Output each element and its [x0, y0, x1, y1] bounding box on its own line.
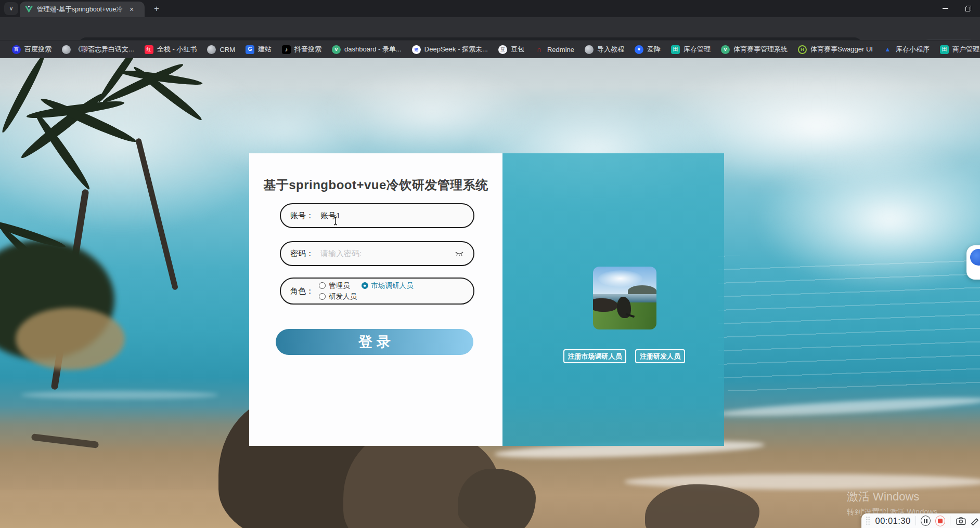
restore-icon	[965, 6, 971, 11]
recording-time: 00:01:30	[875, 516, 910, 526]
bookmark-label: 百度搜索	[24, 45, 51, 54]
miniprogram-icon: ▲	[883, 45, 892, 54]
role-option-label: 市场调研人员	[371, 281, 414, 291]
bookmark-label: 库存小程序	[896, 45, 930, 54]
aijiang-icon: ♥	[635, 45, 643, 54]
drag-handle-icon[interactable]	[866, 516, 870, 525]
role-radio-market[interactable]: 市场调研人员	[362, 281, 414, 291]
password-label: 密码：	[290, 249, 314, 259]
screenshot-camera-button[interactable]	[956, 517, 966, 525]
divider	[950, 516, 950, 525]
screen-recorder-toolbar: 00:01:30	[861, 513, 980, 528]
bookmark-label: DeepSeek - 探索未...	[424, 45, 488, 54]
divider	[915, 516, 916, 525]
browser-toolbar: ← → ⟳ i localhost:8080/springboot48n21yi…	[0, 17, 980, 40]
password-input[interactable]: 密码： 请输入密码:	[280, 241, 474, 266]
bookmark-item-jianzhan[interactable]: G 建站	[240, 43, 277, 57]
role-radio-admin[interactable]: 管理员	[319, 281, 350, 291]
redmine-icon: ∩	[535, 45, 544, 54]
globe-icon	[585, 45, 594, 54]
bookmark-item-deepseek[interactable]: ≋ DeepSeek - 探索未...	[407, 43, 493, 57]
floating-assistant-widget[interactable]	[966, 245, 980, 280]
pause-button[interactable]	[921, 516, 931, 526]
watermark-line1: 激活 Windows	[847, 489, 945, 505]
globe-icon	[62, 45, 71, 54]
swagger-icon: H	[798, 45, 807, 54]
screen: { "browser": { "tab_search_icon": "∨", "…	[0, 0, 980, 528]
vue-icon: V	[721, 45, 730, 54]
bookmark-item-doubao[interactable]: 豆 豆包	[493, 43, 530, 57]
wave-foam	[718, 394, 980, 419]
account-input[interactable]: 账号： 账号1	[280, 203, 474, 228]
driftwood	[31, 433, 99, 448]
new-tab-button[interactable]: +	[150, 3, 163, 15]
bookmark-item-kucun[interactable]: 田 库存管理	[666, 43, 716, 57]
tab-close-icon[interactable]: ×	[130, 6, 134, 13]
bookmark-label: 库存管理	[684, 45, 711, 54]
window-restore-button[interactable]	[957, 0, 979, 17]
password-placeholder: 请输入密码:	[320, 249, 362, 259]
bookmark-item-tiyu[interactable]: V 体育赛事管理系统	[716, 43, 793, 57]
pencil-annotate-button[interactable]	[970, 516, 980, 525]
bookmark-label: 全栈 - 小红书	[157, 45, 197, 54]
vue-icon: V	[332, 45, 341, 54]
register-market-button[interactable]: 注册市场调研人员	[563, 349, 626, 363]
vue-favicon	[25, 6, 33, 13]
tab-search-button[interactable]: ∨	[4, 2, 18, 15]
bookmark-label: 抖音搜索	[294, 45, 321, 54]
bookmark-label: 导入教程	[597, 45, 624, 54]
radio-checked-icon	[362, 282, 368, 289]
bookmark-item-baidu[interactable]: 百 百度搜索	[7, 43, 57, 57]
role-options: 管理员 市场调研人员 研发人员	[319, 281, 414, 301]
radio-icon	[319, 293, 326, 300]
role-label: 角色：	[290, 286, 314, 296]
bookmark-label: 体育赛事Swagger UI	[810, 45, 873, 54]
deepseek-icon: ≋	[412, 45, 421, 54]
active-tab[interactable]: 管理端-基于springboot+vue冷 ×	[20, 2, 145, 17]
bookmark-label: CRM	[220, 46, 235, 54]
role-field: 角色： 管理员 市场调研人员 研发人员	[280, 278, 474, 305]
bookmark-label: 豆包	[511, 45, 524, 54]
bookmark-item-xiaochengxu[interactable]: ▲ 库存小程序	[878, 43, 935, 57]
page-title: 基于springboot+vue冷饮研发管理系统	[249, 177, 502, 193]
bookmark-item-douyin[interactable]: ♪ 抖音搜索	[277, 43, 327, 57]
bookmark-label: dashboard - 录单...	[344, 45, 402, 54]
douyin-icon: ♪	[282, 45, 291, 54]
password-visibility-icon[interactable]	[455, 250, 464, 257]
bookmark-label: 《聊斋志异白话文...	[74, 45, 134, 54]
site-builder-icon: G	[246, 45, 254, 54]
ocean-streaks	[718, 256, 980, 391]
bookmark-label: 爱降	[647, 45, 661, 54]
rock	[458, 469, 536, 528]
doubao-icon: 豆	[498, 45, 507, 54]
register-rd-button[interactable]: 注册研发人员	[635, 349, 685, 363]
text-cursor	[333, 216, 338, 226]
baidu-icon: 百	[12, 45, 21, 54]
bookmark-item-xiaohongshu[interactable]: 红 全栈 - 小红书	[139, 43, 202, 57]
stop-record-button[interactable]	[935, 516, 946, 526]
bookmark-item-liaozhai[interactable]: 《聊斋志异白话文...	[57, 43, 139, 57]
bookmark-label: Redmine	[547, 46, 574, 54]
role-radio-rd[interactable]: 研发人员	[319, 292, 357, 301]
xiaohongshu-icon: 红	[145, 45, 153, 54]
wave-foam	[21, 391, 218, 399]
bookmark-item-dashboard[interactable]: V dashboard - 录单...	[327, 43, 407, 57]
minimize-icon	[943, 8, 948, 9]
bookmark-item-aijiang[interactable]: ♥ 爱降	[629, 43, 666, 57]
bookmarks-bar: 百 百度搜索 《聊斋志异白话文... 红 全栈 - 小红书 CRM G 建站 ♪…	[0, 40, 980, 58]
login-button[interactable]: 登录	[276, 329, 473, 355]
role-option-label: 研发人员	[329, 292, 357, 301]
window-minimize-button[interactable]	[934, 0, 957, 17]
windows-activation-watermark: 激活 Windows 转到“设置”以激活 Windows。	[847, 489, 945, 517]
panel-photo	[593, 267, 656, 329]
merchant-grid-icon: 田	[940, 45, 949, 54]
bookmark-item-redmine[interactable]: ∩ Redmine	[530, 43, 579, 57]
inventory-grid-icon: 田	[671, 45, 680, 54]
bookmark-item-daoru[interactable]: 导入教程	[579, 43, 629, 57]
bookmark-label: 体育赛事管理系统	[733, 45, 788, 54]
bookmarks-overflow-chevron-icon[interactable]: ›	[970, 44, 979, 55]
radio-icon	[319, 282, 326, 289]
globe-icon	[207, 45, 216, 54]
bookmark-item-swagger[interactable]: H 体育赛事Swagger UI	[793, 43, 878, 57]
bookmark-item-crm[interactable]: CRM	[202, 43, 240, 57]
